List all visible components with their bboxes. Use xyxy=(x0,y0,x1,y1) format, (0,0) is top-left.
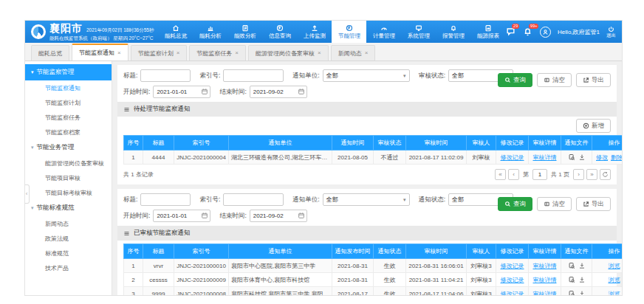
file-preview-icon[interactable] xyxy=(568,290,575,296)
sidebar-item-inspection-archive[interactable]: 节能监察档案 xyxy=(25,125,112,139)
sidebar-item-inspection-notice[interactable]: 节能监察通知 xyxy=(25,80,112,95)
status-badge: 生效 xyxy=(374,259,406,273)
tab-close-icon[interactable] xyxy=(117,50,121,56)
search-button[interactable]: 查询 xyxy=(498,197,532,211)
sidebar-item-project-audit[interactable]: 节能项目审核 xyxy=(25,170,112,185)
notice-count-badge: 99+ xyxy=(529,24,538,29)
clear-button[interactable]: 清空 xyxy=(537,73,572,87)
sidebar-item-inspection-plan[interactable]: 节能监察计划 xyxy=(25,95,112,110)
clear-button[interactable]: 清空 xyxy=(537,197,572,211)
index-input[interactable] xyxy=(223,69,284,82)
title-input[interactable] xyxy=(140,193,191,206)
pending-notices-table: 序号标题 索引号通知单位 通知时间审核状态 审核时间审核人 修改记录审核详情 通… xyxy=(123,135,622,165)
delete-link[interactable]: 删除 xyxy=(611,154,622,161)
modify-record-link[interactable]: 修改记录 xyxy=(501,263,524,269)
sidebar-item-post-record-audit[interactable]: 能源管理岗位备案审核 xyxy=(25,156,112,170)
sidebar-group-inspection-mgmt[interactable]: 节能监察管理 xyxy=(25,64,112,80)
modify-link[interactable]: 修改 xyxy=(596,154,608,161)
sidebar-item-standards[interactable]: 标准规范 xyxy=(25,246,112,260)
page-total: 共 1 页 xyxy=(551,170,569,179)
file-preview-icon[interactable] xyxy=(568,276,575,283)
nav-energy-overview[interactable]: 能耗总览 xyxy=(158,21,193,43)
unit-select[interactable]: 全部 xyxy=(323,193,410,206)
sidebar-item-news[interactable]: 新闻动态 xyxy=(25,216,112,231)
download-icon[interactable] xyxy=(578,290,586,296)
tab-close-icon[interactable] xyxy=(365,50,369,56)
page-number-input[interactable] xyxy=(535,171,545,178)
sidebar-item-products[interactable]: 技术产品 xyxy=(25,260,112,275)
calendar-icon[interactable] xyxy=(298,212,305,219)
tab-news[interactable]: 新闻动态 xyxy=(331,45,376,61)
tab-inspection-plan[interactable]: 节能监察计划 xyxy=(131,45,188,61)
pager-next-button[interactable]: › xyxy=(573,169,584,180)
messages-button[interactable]: 29 xyxy=(506,27,516,37)
sidebar-collapse-handle[interactable]: ‹ xyxy=(24,184,30,204)
table-row[interactable]: 1 4444 JNJC-2021000004 湖北三环锻造有限公司,湖北三环车桥… xyxy=(124,151,623,165)
table-header-row: 序号标题 索引号通知单位 通知发布时间通知状态 审核时间审核人 修改记录审核详情… xyxy=(124,244,623,259)
audit-detail-link[interactable]: 审核详情 xyxy=(533,263,557,269)
add-button[interactable]: 新增 xyxy=(576,119,611,133)
refresh-button[interactable] xyxy=(600,169,611,180)
tab-close-icon[interactable] xyxy=(318,50,321,56)
nav-efficiency-analysis[interactable]: 能效分析 xyxy=(227,21,262,43)
unit-select[interactable]: 全部 xyxy=(323,69,410,82)
modify-record-link[interactable]: 修改记录 xyxy=(501,277,524,283)
calendar-icon[interactable] xyxy=(201,88,208,95)
table-row[interactable]: 2 cessss JNJC-2021000009 襄阳市体育中心,襄阳市科技馆 … xyxy=(124,273,623,287)
modify-record-link[interactable]: 修改记录 xyxy=(501,291,524,297)
tab-inspection-task[interactable]: 节能监察任务 xyxy=(189,45,246,61)
section-title: 待处理节能监察通知 xyxy=(134,105,191,114)
browse-link[interactable]: 浏览 xyxy=(609,277,620,283)
user-avatar[interactable] xyxy=(540,27,551,38)
download-icon[interactable] xyxy=(578,276,586,283)
status-badge: 不通过 xyxy=(374,151,406,165)
tab-close-icon[interactable] xyxy=(177,50,180,56)
search-button[interactable]: 查询 xyxy=(498,73,532,87)
audit-detail-link[interactable]: 审核详情 xyxy=(533,277,557,283)
sidebar-item-target-audit[interactable]: 节能目标考核审核 xyxy=(25,185,112,200)
notifications-button[interactable]: 99+ xyxy=(523,27,533,37)
download-icon[interactable] xyxy=(578,262,586,269)
chevron-down-icon xyxy=(31,205,34,211)
sidebar-item-inspection-task[interactable]: 节能监察任务 xyxy=(25,110,112,125)
audit-detail-link[interactable]: 审核详情 xyxy=(533,154,557,161)
title-input[interactable] xyxy=(140,69,191,82)
title-label: 标题: xyxy=(123,196,137,204)
energy-mgmt-icon xyxy=(346,24,353,32)
nav-metering-mgmt[interactable]: 计量管理 xyxy=(366,21,401,43)
file-preview-icon[interactable] xyxy=(568,153,575,161)
download-icon[interactable] xyxy=(578,153,586,161)
nav-alarm-mgmt[interactable]: 报警管理 xyxy=(436,21,470,43)
pager-prev-button[interactable]: ‹ xyxy=(508,169,519,180)
file-preview-icon[interactable] xyxy=(568,262,575,269)
browse-link[interactable]: 浏览 xyxy=(609,263,620,269)
nav-energy-saving-mgmt[interactable]: 节能管理 xyxy=(332,21,366,43)
tab-inspection-notice[interactable]: 节能监察通知 xyxy=(72,44,129,61)
export-button[interactable]: 导出 xyxy=(576,197,611,211)
pager-first-button[interactable]: « xyxy=(495,169,506,180)
nav-energy-analysis[interactable]: 能耗分析 xyxy=(193,21,227,43)
nav-upload-monitor[interactable]: 上传监测 xyxy=(297,21,332,43)
sidebar-group-business-mgmt[interactable]: 节能业务管理 xyxy=(25,139,112,156)
nav-energy-report[interactable]: 能源报表 xyxy=(470,21,505,43)
tab-energy-overview[interactable]: 能耗总览 xyxy=(31,45,69,61)
calendar-icon[interactable] xyxy=(298,88,305,95)
tab-post-record-audit[interactable]: 能源管理岗位备案审核 xyxy=(248,45,329,61)
pager-last-button[interactable]: » xyxy=(586,169,597,180)
audit-detail-link[interactable]: 审核详情 xyxy=(533,291,557,297)
tab-close-icon[interactable] xyxy=(235,50,239,56)
index-input[interactable] xyxy=(223,193,284,206)
sidebar-item-policies[interactable]: 政策法规 xyxy=(25,231,112,246)
table-row[interactable]: 1 vrvr JNJC-2021000010 襄阳市中心医院,襄阳市第三中学 2… xyxy=(124,259,623,273)
logout-button[interactable]: 退出 xyxy=(606,26,616,38)
nav-system-mgmt[interactable]: 系统管理 xyxy=(401,21,436,43)
list-icon xyxy=(123,230,130,237)
nav-info-query[interactable]: 信息查询 xyxy=(262,21,297,43)
export-button[interactable]: 导出 xyxy=(576,73,611,87)
pending-filter-form: 标题: 索引号: 通知单位: 全部 审核状态: 全部 开始时间: 结束时间: xyxy=(117,65,617,102)
sidebar-group-standards[interactable]: 节能标准规范 xyxy=(25,200,112,216)
table-row[interactable]: 3 9999 JNJC-2021000008 襄阳市科技馆,襄阳市第三中学,襄阳… xyxy=(124,287,623,297)
modify-record-link[interactable]: 修改记录 xyxy=(501,154,524,161)
calendar-icon[interactable] xyxy=(201,212,208,219)
browse-link[interactable]: 浏览 xyxy=(609,291,620,297)
